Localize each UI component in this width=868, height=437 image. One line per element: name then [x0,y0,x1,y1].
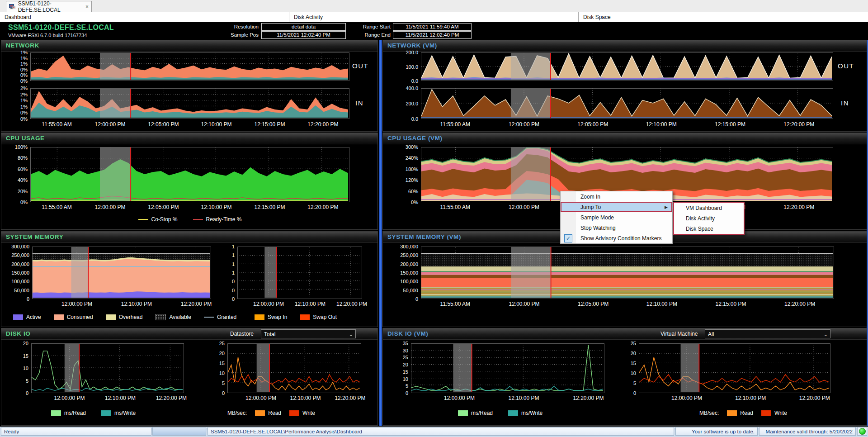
section-cpu: CPU USAGE 100%80%60%40%20%0% 11:55:00 AM… [1,133,378,230]
legend-item: MB/sec: [699,410,719,416]
time-tick-label: 12:20:00 PM [783,121,814,128]
submenu-item-vm-dashboard-label: VM Dashboard [686,205,722,211]
range-end-label: Range End [349,31,391,38]
range-start-field[interactable]: 11/5/2021 11:59:40 AM [393,23,472,31]
sample-pos-field[interactable]: 11/5/2021 12:02:40 PM [261,31,346,39]
network-vm-time-axis: 11:55:00 AM12:00:00 PM12:05:00 PM12:10:0… [421,121,833,128]
tab-disk-space[interactable]: Disk Space [579,12,868,22]
submenu-item-disk-activity[interactable]: Disk Activity [674,213,744,223]
document-tab[interactable]: SSM51-0120-DEFE.SE.LOCAL × [6,1,92,12]
section-disk-title: DISK IO [6,330,30,337]
disk-vm-throughput-chart[interactable]: 2520151050 [623,343,830,393]
tab-disk-activity[interactable]: Disk Activity [289,12,579,22]
context-menu: Zoom In Jump To ▶ Sample Mode Stop Watch… [560,191,673,244]
legend-item: Swap Out [300,314,337,320]
network-vm-out-chart[interactable]: 200.0100.00.0 [387,52,833,81]
tab-dashboard[interactable]: Dashboard [0,12,289,22]
time-tick-label: 12:00:00 PM [509,301,539,307]
datastore-value: Total [264,331,275,337]
legend-item: Write [761,410,787,416]
network-in-chart[interactable]: 2%2%1%1%0%0% [3,88,349,119]
checkbox-checked-icon: ✓ [564,234,572,242]
time-tick-label: 12:20:00 PM [573,395,604,401]
legend-item: Write [289,410,315,416]
legend-item: Overhead [106,314,143,320]
time-tick-label: 12:10:00 PM [735,395,766,401]
menu-item-show-advisory-markers[interactable]: ✓ Show Advisory Condition Markers [561,233,672,243]
memory-main-chart[interactable]: 300,000250,000200,000150,000100,00050,00… [3,247,211,299]
tab-dashboard-label: Dashboard [5,14,31,20]
chevron-down-icon: ⌄ [824,330,828,339]
disk-throughput-chart[interactable]: 2520151050 [211,343,361,393]
legend-item: Granted [204,314,236,320]
section-cpu-header: CPU USAGE [1,133,377,144]
time-tick-label: 12:15:00 PM [254,204,285,210]
panel-header-row: Dashboard Disk Activity Disk Space [0,12,868,23]
legend-item: ms/Write [101,410,136,416]
range-end-field[interactable]: 11/5/2021 12:02:40 PM [393,31,472,39]
section-memory-vm: SYSTEM MEMORY (VM) 300,000250,000200,000… [382,231,867,327]
legend-item: Available [155,314,191,320]
menu-item-zoom-in[interactable]: Zoom In [561,191,672,202]
menu-item-sample-mode[interactable]: Sample Mode [561,212,672,223]
submenu-item-vm-dashboard[interactable]: VM Dashboard [674,203,744,213]
datastore-dropdown[interactable]: Total ⌄ [261,329,356,338]
menu-item-stop-watching[interactable]: Stop Watching [561,223,672,233]
window-tab-bar: SSM51-0120-DEFE.SE.LOCAL × [0,0,868,13]
legend-item: MB/sec: [227,410,247,416]
resolution-label: Resolution [208,23,259,30]
disk-latency-chart[interactable]: 20151050 [15,343,184,393]
time-tick-label: 12:20:00 PM [156,395,187,401]
section-cpu-vm-title: CPU USAGE (VM) [387,135,443,142]
memory-main-time-axis: 12:00:00 PM12:10:00 PM12:20:00 PM [32,301,211,308]
time-tick-label: 12:10:00 PM [105,395,136,401]
time-tick-label: 12:15:00 PM [254,121,285,128]
sample-pos-label: Sample Pos [208,31,259,38]
time-tick-label: 12:10:00 PM [646,121,677,128]
tab-disk-space-label: Disk Space [583,14,611,20]
memory-legend: ActiveConsumedOverheadAvailableGranted [13,314,236,320]
section-network: NETWORK 1%1%1%0%0%0% OUT 2%2%1%1%0%0% IN… [1,40,378,132]
time-tick-label: 12:20:00 PM [307,204,338,210]
cpu-time-axis: 11:55:00 AM12:00:00 PM12:05:00 PM12:10:0… [30,204,349,211]
network-vm-in-chart[interactable]: 400.0200.00.0 [387,88,833,119]
time-tick-label: 12:00:00 PM [245,395,276,401]
time-tick-label: 11:55:00 AM [440,121,470,128]
memory-vm-chart[interactable]: 300,000250,000200,000150,000100,00050,00… [387,247,834,299]
time-tick-label: 12:05:00 PM [148,121,179,128]
time-tick-label: 12:20:00 PM [784,301,815,307]
memory-swap-chart[interactable]: 1111000 [222,247,362,299]
time-tick-label: 12:00:00 PM [61,301,92,307]
status-bar: Ready SSM51-0120-DEFE.SE.LOCAL\Performan… [0,427,868,437]
section-memory-vm-title: SYSTEM MEMORY (VM) [387,233,461,240]
section-disk-vm: DISK IO (VM) Virtual Machine All ⌄ 35302… [382,328,867,426]
time-tick-label: 12:10:00 PM [646,301,677,307]
green-status-icon [859,428,866,435]
disk-latency-time-axis: 12:00:00 PM12:10:00 PM12:20:00 PM [31,395,184,402]
section-disk-header: DISK IO Datastore Total ⌄ [1,328,377,340]
disk-vm-latency-chart[interactable]: 35302520151050 [395,343,604,393]
section-memory-title: SYSTEM MEMORY [6,233,63,240]
section-disk-vm-header: DISK IO (VM) Virtual Machine All ⌄ [383,328,867,340]
disk-vm-latency-time-axis: 12:00:00 PM12:10:00 PM12:20:00 PM [411,395,604,402]
memory-swap-time-axis: 12:00:00 PM12:10:00 PM12:20:00 PM [237,301,362,308]
time-tick-label: 12:05:00 PM [578,301,609,307]
time-tick-label: 12:00:00 PM [509,204,539,210]
submenu-item-disk-space[interactable]: Disk Space [674,223,744,234]
document-tab-label: SSM51-0120-DEFE.SE.LOCAL [18,0,83,13]
section-network-vm-header: NETWORK (VM) [383,40,867,52]
close-icon[interactable]: × [85,4,89,10]
virtual-machine-dropdown[interactable]: All ⌄ [705,329,830,338]
time-tick-label: 12:15:00 PM [715,121,745,128]
section-memory: SYSTEM MEMORY 300,000250,000200,000150,0… [1,231,378,327]
section-network-title: NETWORK [6,42,39,49]
menu-item-show-advisory-markers-label: Show Advisory Condition Markers [580,235,661,242]
network-out-chart[interactable]: 1%1%1%0%0%0% [3,52,349,81]
legend-item: Consumed [54,314,93,320]
datastore-label: Datastore [230,331,254,337]
virtual-machine-value: All [708,331,714,337]
menu-item-stop-watching-label: Stop Watching [580,225,616,231]
resolution-field[interactable]: detail data [261,23,346,31]
menu-item-jump-to[interactable]: Jump To ▶ [561,202,672,212]
cpu-usage-chart[interactable]: 100%80%60%40%20%0% [3,147,349,202]
